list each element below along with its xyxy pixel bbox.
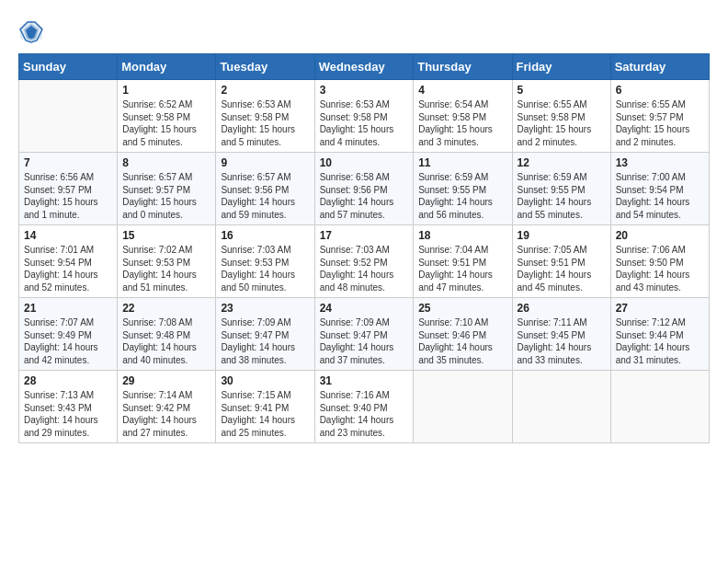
day-number: 19: [518, 229, 606, 242]
cell-content: Sunrise: 7:09 AM Sunset: 9:47 PM Dayligh…: [221, 316, 309, 366]
cell-content: Sunrise: 7:13 AM Sunset: 9:43 PM Dayligh…: [24, 389, 112, 439]
cell-content: Sunrise: 7:06 AM Sunset: 9:50 PM Dayligh…: [616, 244, 704, 293]
day-number: 21: [24, 302, 112, 315]
calendar-cell: [414, 371, 512, 443]
cell-content: Sunrise: 6:59 AM Sunset: 9:55 PM Dayligh…: [518, 171, 606, 221]
day-number: 12: [518, 156, 606, 169]
cell-content: Sunrise: 7:10 AM Sunset: 9:46 PM Dayligh…: [418, 316, 506, 366]
week-row-4: 21Sunrise: 7:07 AM Sunset: 9:49 PM Dayli…: [19, 298, 710, 371]
day-header-friday: Friday: [512, 54, 610, 80]
calendar-cell: 26Sunrise: 7:11 AM Sunset: 9:45 PM Dayli…: [512, 298, 610, 371]
cell-content: Sunrise: 7:00 AM Sunset: 9:54 PM Dayligh…: [616, 171, 704, 221]
day-number: 4: [418, 84, 506, 97]
day-number: 29: [122, 374, 210, 387]
day-number: 11: [418, 156, 506, 169]
day-header-tuesday: Tuesday: [216, 54, 314, 80]
day-number: 2: [221, 84, 309, 97]
cell-content: Sunrise: 7:05 AM Sunset: 9:51 PM Dayligh…: [518, 244, 606, 293]
day-number: 6: [616, 84, 704, 97]
header-row: SundayMondayTuesdayWednesdayThursdayFrid…: [19, 54, 710, 80]
cell-content: Sunrise: 6:52 AM Sunset: 9:58 PM Dayligh…: [122, 98, 210, 148]
day-number: 7: [24, 156, 112, 169]
calendar-cell: 17Sunrise: 7:03 AM Sunset: 9:52 PM Dayli…: [314, 225, 414, 298]
calendar-cell: [610, 371, 709, 443]
calendar-cell: 5Sunrise: 6:55 AM Sunset: 9:58 PM Daylig…: [512, 80, 610, 153]
day-number: 5: [518, 84, 606, 97]
logo-icon: [18, 18, 44, 44]
day-header-saturday: Saturday: [610, 54, 709, 80]
day-number: 10: [320, 156, 409, 169]
day-number: 16: [221, 229, 309, 242]
logo: [18, 18, 48, 44]
day-number: 23: [221, 302, 309, 315]
cell-content: Sunrise: 7:02 AM Sunset: 9:53 PM Dayligh…: [122, 244, 210, 293]
cell-content: Sunrise: 6:57 AM Sunset: 9:57 PM Dayligh…: [122, 171, 210, 221]
day-header-wednesday: Wednesday: [314, 54, 414, 80]
day-number: 17: [320, 229, 409, 242]
day-number: 3: [320, 84, 409, 97]
day-header-thursday: Thursday: [414, 54, 512, 80]
calendar-cell: 28Sunrise: 7:13 AM Sunset: 9:43 PM Dayli…: [19, 371, 118, 443]
calendar-cell: 4Sunrise: 6:54 AM Sunset: 9:58 PM Daylig…: [414, 80, 512, 153]
calendar-cell: 22Sunrise: 7:08 AM Sunset: 9:48 PM Dayli…: [118, 298, 216, 371]
week-row-2: 7Sunrise: 6:56 AM Sunset: 9:57 PM Daylig…: [19, 153, 710, 225]
week-row-5: 28Sunrise: 7:13 AM Sunset: 9:43 PM Dayli…: [19, 371, 710, 443]
calendar-cell: 16Sunrise: 7:03 AM Sunset: 9:53 PM Dayli…: [216, 225, 314, 298]
calendar-cell: 7Sunrise: 6:56 AM Sunset: 9:57 PM Daylig…: [19, 153, 118, 225]
day-header-sunday: Sunday: [19, 54, 118, 80]
calendar-cell: 14Sunrise: 7:01 AM Sunset: 9:54 PM Dayli…: [19, 225, 118, 298]
cell-content: Sunrise: 7:15 AM Sunset: 9:41 PM Dayligh…: [221, 389, 309, 439]
calendar-cell: 19Sunrise: 7:05 AM Sunset: 9:51 PM Dayli…: [512, 225, 610, 298]
cell-content: Sunrise: 7:01 AM Sunset: 9:54 PM Dayligh…: [24, 244, 112, 293]
cell-content: Sunrise: 6:58 AM Sunset: 9:56 PM Dayligh…: [320, 171, 409, 221]
calendar-cell: 25Sunrise: 7:10 AM Sunset: 9:46 PM Dayli…: [414, 298, 512, 371]
day-number: 20: [616, 229, 704, 242]
calendar-cell: 6Sunrise: 6:55 AM Sunset: 9:57 PM Daylig…: [610, 80, 709, 153]
day-number: 25: [418, 302, 506, 315]
cell-content: Sunrise: 6:57 AM Sunset: 9:56 PM Dayligh…: [221, 171, 309, 221]
day-number: 27: [616, 302, 704, 315]
calendar-cell: 20Sunrise: 7:06 AM Sunset: 9:50 PM Dayli…: [610, 225, 709, 298]
week-row-3: 14Sunrise: 7:01 AM Sunset: 9:54 PM Dayli…: [19, 225, 710, 298]
cell-content: Sunrise: 6:55 AM Sunset: 9:57 PM Dayligh…: [616, 98, 704, 148]
cell-content: Sunrise: 7:04 AM Sunset: 9:51 PM Dayligh…: [418, 244, 506, 293]
day-number: 28: [24, 374, 112, 387]
calendar-cell: 3Sunrise: 6:53 AM Sunset: 9:58 PM Daylig…: [314, 80, 414, 153]
calendar-cell: 21Sunrise: 7:07 AM Sunset: 9:49 PM Dayli…: [19, 298, 118, 371]
day-number: 8: [122, 156, 210, 169]
calendar-cell: 24Sunrise: 7:09 AM Sunset: 9:47 PM Dayli…: [314, 298, 414, 371]
day-number: 24: [320, 302, 409, 315]
calendar-cell: [19, 80, 118, 153]
cell-content: Sunrise: 6:55 AM Sunset: 9:58 PM Dayligh…: [518, 98, 606, 148]
cell-content: Sunrise: 6:54 AM Sunset: 9:58 PM Dayligh…: [418, 98, 506, 148]
calendar-cell: 27Sunrise: 7:12 AM Sunset: 9:44 PM Dayli…: [610, 298, 709, 371]
calendar-cell: 11Sunrise: 6:59 AM Sunset: 9:55 PM Dayli…: [414, 153, 512, 225]
calendar-cell: 10Sunrise: 6:58 AM Sunset: 9:56 PM Dayli…: [314, 153, 414, 225]
day-number: 31: [320, 374, 409, 387]
day-number: 15: [122, 229, 210, 242]
cell-content: Sunrise: 7:03 AM Sunset: 9:52 PM Dayligh…: [320, 244, 409, 293]
day-header-monday: Monday: [118, 54, 216, 80]
cell-content: Sunrise: 6:59 AM Sunset: 9:55 PM Dayligh…: [418, 171, 506, 221]
calendar-cell: 31Sunrise: 7:16 AM Sunset: 9:40 PM Dayli…: [314, 371, 414, 443]
cell-content: Sunrise: 6:53 AM Sunset: 9:58 PM Dayligh…: [320, 98, 409, 148]
page-container: SundayMondayTuesdayWednesdayThursdayFrid…: [18, 18, 710, 443]
header: [18, 18, 710, 44]
calendar-cell: 30Sunrise: 7:15 AM Sunset: 9:41 PM Dayli…: [216, 371, 314, 443]
day-number: 1: [122, 84, 210, 97]
cell-content: Sunrise: 7:12 AM Sunset: 9:44 PM Dayligh…: [616, 316, 704, 366]
calendar-table: SundayMondayTuesdayWednesdayThursdayFrid…: [18, 53, 710, 443]
calendar-cell: 23Sunrise: 7:09 AM Sunset: 9:47 PM Dayli…: [216, 298, 314, 371]
calendar-cell: 9Sunrise: 6:57 AM Sunset: 9:56 PM Daylig…: [216, 153, 314, 225]
cell-content: Sunrise: 6:56 AM Sunset: 9:57 PM Dayligh…: [24, 171, 112, 221]
calendar-cell: 13Sunrise: 7:00 AM Sunset: 9:54 PM Dayli…: [610, 153, 709, 225]
cell-content: Sunrise: 7:14 AM Sunset: 9:42 PM Dayligh…: [122, 389, 210, 439]
cell-content: Sunrise: 7:11 AM Sunset: 9:45 PM Dayligh…: [518, 316, 606, 366]
calendar-cell: 2Sunrise: 6:53 AM Sunset: 9:58 PM Daylig…: [216, 80, 314, 153]
cell-content: Sunrise: 7:09 AM Sunset: 9:47 PM Dayligh…: [320, 316, 409, 366]
day-number: 26: [518, 302, 606, 315]
cell-content: Sunrise: 7:03 AM Sunset: 9:53 PM Dayligh…: [221, 244, 309, 293]
day-number: 30: [221, 374, 309, 387]
week-row-1: 1Sunrise: 6:52 AM Sunset: 9:58 PM Daylig…: [19, 80, 710, 153]
calendar-cell: 18Sunrise: 7:04 AM Sunset: 9:51 PM Dayli…: [414, 225, 512, 298]
